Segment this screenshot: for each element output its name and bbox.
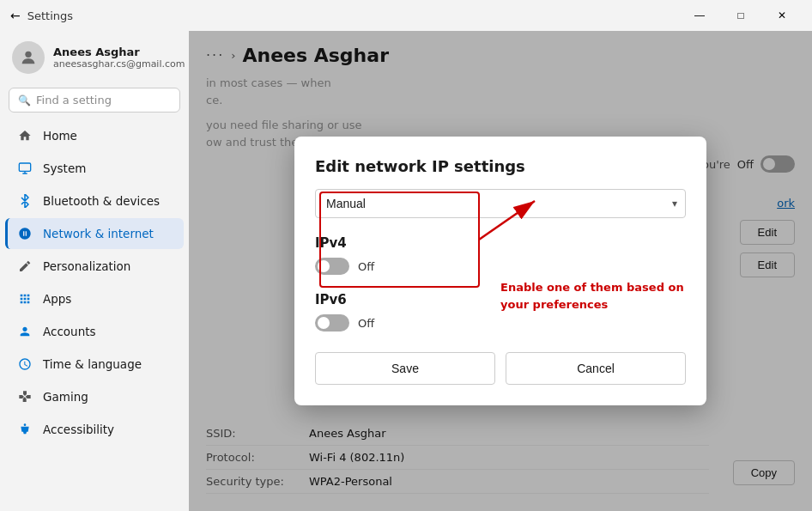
sidebar-item-personalization-label: Personalization [43, 259, 130, 273]
minimize-button[interactable]: — [680, 3, 719, 27]
sidebar-item-accounts[interactable]: Accounts [5, 316, 184, 347]
sidebar-item-gaming[interactable]: Gaming [5, 381, 184, 412]
app-container: Anees Asghar aneesasghar.cs@gmail.com 🔍 … [0, 31, 812, 511]
sidebar-item-apps[interactable]: Apps [5, 283, 184, 314]
ipv6-toggle-label: Off [358, 317, 374, 330]
gaming-icon [17, 389, 33, 405]
sidebar-item-accessibility-label: Accessibility [43, 423, 114, 436]
sidebar-item-personalization[interactable]: Personalization [5, 251, 184, 282]
sidebar-item-system-label: System [43, 161, 86, 175]
network-icon [17, 226, 33, 241]
sidebar-item-home[interactable]: Home [5, 120, 184, 151]
ip-mode-dropdown[interactable]: Automatic (DHCP) Manual [315, 189, 686, 218]
window-controls: — □ ✕ [680, 3, 802, 27]
title-bar: ← Settings — □ ✕ [0, 0, 812, 31]
time-icon [17, 356, 33, 372]
ipv4-label: IPv4 [315, 235, 686, 251]
sidebar-item-gaming-label: Gaming [43, 390, 88, 404]
personalization-icon [17, 259, 33, 274]
window-title: Settings [27, 9, 73, 22]
modal-title: Edit network IP settings [315, 157, 686, 175]
maximize-button[interactable]: □ [721, 3, 760, 27]
modal-dialog: Edit network IP settings Automatic (DHCP… [294, 137, 706, 405]
user-name: Anees Asghar [53, 46, 185, 58]
search-placeholder: Find a setting [36, 94, 112, 106]
sidebar-item-accounts-label: Accounts [43, 325, 96, 338]
sidebar-item-network[interactable]: Network & internet [5, 218, 184, 249]
ipv4-toggle-row: Off [315, 258, 686, 275]
search-icon: 🔍 [18, 94, 31, 106]
bluetooth-icon [17, 193, 33, 209]
apps-icon [17, 291, 33, 307]
sidebar: Anees Asghar aneesasghar.cs@gmail.com 🔍 … [0, 31, 189, 511]
ipv4-section: IPv4 Off [315, 235, 686, 275]
modal-buttons: Save Cancel [315, 352, 686, 385]
modal-overlay: Edit network IP settings Automatic (DHCP… [189, 31, 812, 511]
accessibility-icon [17, 422, 33, 437]
sidebar-item-apps-label: Apps [43, 292, 71, 306]
sidebar-item-bluetooth-label: Bluetooth & devices [43, 194, 160, 208]
sidebar-item-time[interactable]: Time & language [5, 349, 184, 380]
sidebar-item-network-label: Network & internet [43, 227, 154, 240]
ipv4-toggle-label: Off [358, 260, 374, 273]
ipv4-toggle[interactable] [315, 258, 349, 275]
content-area: ··· › Anees Asghar in most cases — whenc… [189, 31, 812, 511]
sidebar-item-accessibility[interactable]: Accessibility [5, 414, 184, 445]
search-box[interactable]: 🔍 Find a setting [9, 88, 180, 113]
back-button[interactable]: ← [10, 9, 21, 22]
svg-rect-1 [19, 163, 30, 171]
sidebar-item-home-label: Home [43, 129, 77, 143]
home-icon [17, 128, 33, 143]
close-button[interactable]: ✕ [762, 3, 802, 27]
cancel-button[interactable]: Cancel [506, 352, 686, 385]
ipv6-toggle-row: Off [315, 314, 686, 332]
svg-point-0 [25, 52, 31, 58]
user-email: aneesasghar.cs@gmail.com [53, 58, 185, 70]
avatar [12, 41, 45, 74]
ipv6-section: IPv6 Off [315, 292, 686, 332]
sidebar-item-time-label: Time & language [43, 357, 142, 371]
system-icon [17, 161, 33, 176]
sidebar-item-bluetooth[interactable]: Bluetooth & devices [5, 186, 184, 216]
ipv6-toggle[interactable] [315, 314, 349, 332]
save-button[interactable]: Save [315, 352, 495, 385]
sidebar-item-system[interactable]: System [5, 153, 184, 184]
user-info: Anees Asghar aneesasghar.cs@gmail.com [53, 46, 185, 70]
dropdown-wrapper: Automatic (DHCP) Manual ▾ [315, 189, 686, 218]
accounts-icon [17, 324, 33, 339]
svg-point-2 [24, 423, 27, 426]
user-profile: Anees Asghar aneesasghar.cs@gmail.com [0, 31, 189, 84]
ipv6-label: IPv6 [315, 292, 686, 307]
